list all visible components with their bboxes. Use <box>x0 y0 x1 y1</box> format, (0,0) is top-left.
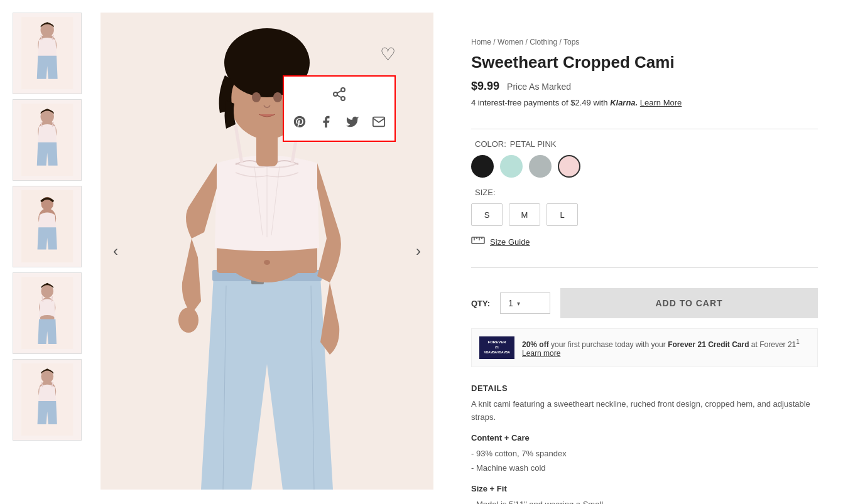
thumbnail-sidebar <box>13 13 88 504</box>
svg-line-44 <box>337 95 342 98</box>
svg-point-37 <box>252 92 261 102</box>
promo-body: your first purchase today with your <box>551 340 668 349</box>
fit-items: - Model is 5'11" and wearing a Small <box>471 497 818 504</box>
breadcrumb-home[interactable]: Home <box>471 38 491 46</box>
qty-label: QTY: <box>471 299 490 308</box>
svg-point-41 <box>341 88 345 92</box>
klarna-text: 4 interest-free payments of $2.49 with <box>471 98 608 107</box>
price-row: $9.99 Price As Marked <box>471 80 818 93</box>
color-section: COLOR:PETAL PINK <box>471 139 818 178</box>
details-description: A knit cami featuring a sweetheart neckl… <box>471 398 818 424</box>
qty-value: 1 <box>508 298 513 308</box>
color-swatch-gray[interactable] <box>529 155 552 178</box>
klarna-brand: Klarna. <box>610 98 638 107</box>
svg-point-42 <box>334 92 337 96</box>
product-info-panel: Home / Women / Clothing / Tops Sweethear… <box>446 13 830 504</box>
color-label: COLOR:PETAL PINK <box>471 139 818 149</box>
color-swatches <box>471 155 818 178</box>
size-section: SIZE: S M L <box>471 188 818 226</box>
add-to-cart-button[interactable]: ADD TO CART <box>560 288 818 318</box>
size-guide-row: Size Guide <box>471 236 818 247</box>
size-label: SIZE: <box>471 188 818 197</box>
size-l-button[interactable]: L <box>547 203 578 226</box>
svg-point-43 <box>341 97 345 100</box>
prev-image-button[interactable]: ‹ <box>107 236 124 266</box>
divider-2 <box>471 267 818 268</box>
klarna-row: 4 interest-free payments of $2.49 with K… <box>471 98 818 107</box>
page-container: ♡ <box>0 0 843 504</box>
size-s-button[interactable]: S <box>471 203 503 226</box>
breadcrumb: Home / Women / Clothing / Tops <box>471 38 818 46</box>
size-guide-icon <box>471 236 485 247</box>
care-items: - 93% cotton, 7% spandex - Machine wash … <box>471 446 818 476</box>
qty-chevron-icon: ▾ <box>517 300 520 307</box>
color-value: PETAL PINK <box>510 139 557 149</box>
svg-point-30 <box>264 260 270 265</box>
prev-arrow-icon: ‹ <box>113 242 118 259</box>
svg-rect-46 <box>472 237 484 244</box>
share-icon[interactable] <box>332 87 347 105</box>
breadcrumb-tops[interactable]: Tops <box>563 38 579 46</box>
next-image-button[interactable]: › <box>410 236 427 266</box>
svg-point-38 <box>273 92 282 102</box>
svg-point-33 <box>178 308 199 333</box>
twitter-share-button[interactable] <box>344 113 361 131</box>
breadcrumb-clothing[interactable]: Clothing <box>530 38 557 46</box>
heart-icon: ♡ <box>380 45 396 64</box>
size-guide-link[interactable]: Size Guide <box>490 237 530 247</box>
color-swatch-black[interactable] <box>471 155 494 178</box>
promo-card-image: FOREVER21VISA VISA VISA VISA <box>479 336 514 359</box>
promo-text: 20% off your first purchase today with y… <box>522 338 810 358</box>
breadcrumb-women[interactable]: Women <box>498 38 523 46</box>
care-heading: Content + Care <box>471 433 818 442</box>
promo-brand: Forever 211 <box>759 340 800 349</box>
promo-discount: 20% off <box>522 340 549 349</box>
thumbnail-2[interactable] <box>13 99 82 181</box>
share-social-row <box>291 113 388 131</box>
fit-item-1: - Model is 5'11" and wearing a Small <box>471 497 818 504</box>
product-title: Sweetheart Cropped Cami <box>471 53 818 72</box>
details-section: DETAILS A knit cami featuring a sweethea… <box>471 383 818 504</box>
pinterest-share-button[interactable] <box>291 113 308 131</box>
care-item-1: - 93% cotton, 7% spandex <box>471 446 818 461</box>
facebook-share-button[interactable] <box>317 113 335 131</box>
cart-row: QTY: 1 ▾ ADD TO CART <box>471 288 818 318</box>
size-options: S M L <box>471 203 818 226</box>
thumbnail-3[interactable] <box>13 186 82 267</box>
color-swatch-pink[interactable] <box>558 155 580 178</box>
qty-selector[interactable]: 1 ▾ <box>500 292 550 314</box>
care-item-2: - Machine wash cold <box>471 461 818 475</box>
thumbnail-1[interactable] <box>13 13 82 94</box>
color-swatch-mint[interactable] <box>500 155 523 178</box>
klarna-learn-more[interactable]: Learn More <box>640 98 682 107</box>
main-image-area: ♡ <box>101 13 433 490</box>
size-m-button[interactable]: M <box>509 203 540 226</box>
promo-card-name: Forever 21 Credit Card <box>668 340 749 349</box>
svg-line-45 <box>337 91 342 94</box>
wishlist-button[interactable]: ♡ <box>380 44 396 65</box>
share-overlay <box>283 75 396 142</box>
promo-learn-more[interactable]: Learn more <box>522 349 560 358</box>
email-share-button[interactable] <box>370 113 388 131</box>
thumbnail-4[interactable] <box>13 272 82 354</box>
next-arrow-icon: › <box>416 242 421 259</box>
fit-heading: Size + Fit <box>471 484 818 493</box>
divider-1 <box>471 129 818 129</box>
product-price: $9.99 <box>471 80 499 93</box>
promo-banner: FOREVER21VISA VISA VISA VISA 20% off you… <box>471 328 818 367</box>
thumbnail-5[interactable] <box>13 359 82 441</box>
details-heading: DETAILS <box>471 383 818 393</box>
price-label: Price As Marked <box>507 82 571 92</box>
